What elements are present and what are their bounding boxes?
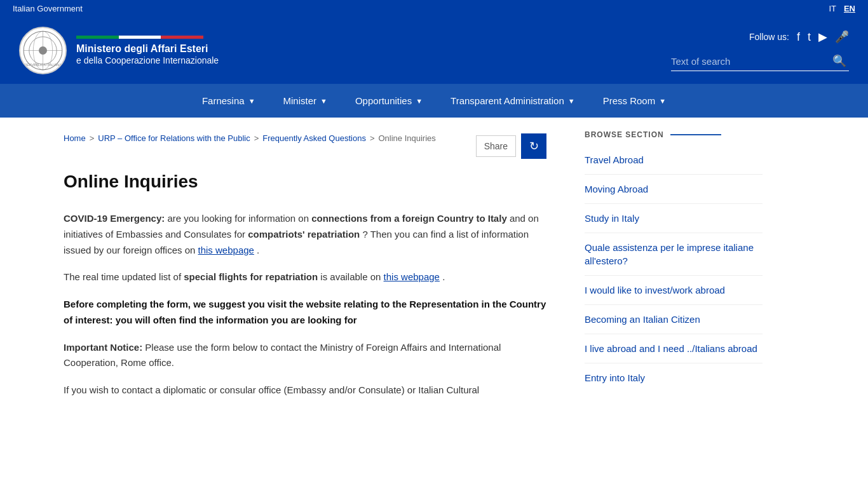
header: REPVBBLICA ITALIANA Ministero degli Affa…: [0, 17, 868, 84]
para1-end: .: [257, 245, 259, 255]
breadcrumb-faq[interactable]: Frequently Asked Questions: [262, 133, 366, 143]
main-nav: Farnesina ▼ Minister ▼ Opportunities ▼ T…: [0, 84, 868, 118]
share-area: Share ↻: [476, 133, 546, 159]
ministry-line1: Ministero degli Affari Esteri: [76, 43, 219, 56]
sidebar-links: Travel Abroad Moving Abroad Study in Ita…: [585, 146, 763, 392]
sidebar: BROWSE SECTION Travel Abroad Moving Abro…: [572, 118, 775, 435]
top-bar: Italian Government IT EN: [0, 0, 868, 17]
nav-label-press-room: Press Room: [603, 95, 656, 106]
sidebar-link-study-in-italy[interactable]: Study in Italy: [585, 204, 763, 233]
sidebar-link-moving-abroad[interactable]: Moving Abroad: [585, 175, 763, 204]
paragraph-5: If you wish to contact a diplomatic or c…: [64, 383, 546, 398]
para2-mid: is available on: [320, 271, 383, 282]
twitter-icon[interactable]: t: [808, 30, 811, 44]
para2-end: .: [442, 271, 445, 282]
main-content: Home > URP – Office for Relations with t…: [0, 118, 572, 435]
nav-item-press-room[interactable]: Press Room ▼: [589, 84, 680, 118]
breadcrumb: Home > URP – Office for Relations with t…: [64, 133, 436, 143]
chevron-down-icon: ▼: [248, 97, 255, 105]
sidebar-link-live-abroad[interactable]: I live abroad and I need ../Italians abr…: [585, 334, 763, 363]
para2-bold: special flights for repatriation: [184, 271, 318, 282]
chevron-down-icon: ▼: [416, 97, 423, 105]
content-area: Home > URP – Office for Relations with t…: [0, 118, 868, 435]
sidebar-link-assistenza-imprese[interactable]: Quale assistenza per le imprese italiane…: [585, 233, 763, 276]
chevron-down-icon: ▼: [568, 97, 575, 105]
svg-text:REPVBBLICA ITALIANA: REPVBBLICA ITALIANA: [24, 63, 62, 67]
breadcrumb-current: Online Inquiries: [378, 133, 435, 143]
browse-section-line: [670, 134, 721, 135]
breadcrumb-row: Home > URP – Office for Relations with t…: [64, 133, 546, 159]
podcast-icon[interactable]: 🎤: [835, 30, 849, 44]
share-label: Share: [476, 135, 516, 157]
nav-item-opportunities[interactable]: Opportunities ▼: [341, 84, 437, 118]
header-right: Follow us: f t ▶ 🎤 🔍: [671, 30, 849, 71]
breadcrumb-urp[interactable]: URP – Office for Relations with the Publ…: [98, 133, 250, 143]
paragraph-suggestion: Before completing the form, we suggest y…: [64, 297, 546, 329]
paragraph-covid: COVID-19 Emergency: are you looking for …: [64, 211, 546, 258]
follow-label: Follow us:: [749, 32, 789, 42]
lang-en[interactable]: EN: [844, 4, 855, 13]
search-row: 🔍: [671, 51, 849, 71]
logo: REPVBBLICA ITALIANA: [19, 27, 67, 74]
sidebar-link-becoming-italian-citizen[interactable]: Becoming an Italian Citizen: [585, 305, 763, 334]
breadcrumb-sep2: >: [254, 133, 259, 143]
notice-label: Important Notice:: [64, 342, 142, 353]
this-webpage-link-1[interactable]: this webpage: [198, 245, 254, 255]
nav-item-farnesina[interactable]: Farnesina ▼: [188, 84, 269, 118]
sidebar-link-travel-abroad[interactable]: Travel Abroad: [585, 146, 763, 175]
browse-section-title: BROWSE SECTION: [585, 130, 763, 139]
lang-it[interactable]: IT: [829, 4, 836, 13]
site-name: Italian Government: [13, 4, 83, 13]
para1-bold1: connections from a foreign Country to It…: [311, 213, 507, 224]
flag: [76, 36, 203, 39]
search-input[interactable]: [671, 53, 830, 69]
language-switcher: IT EN: [829, 4, 855, 13]
ministry-name: Ministero degli Affari Esteri e della Co…: [76, 36, 219, 66]
browse-title-text: BROWSE SECTION: [585, 130, 664, 139]
nav-item-minister[interactable]: Minister ▼: [269, 84, 341, 118]
social-row: Follow us: f t ▶ 🎤: [749, 30, 849, 44]
chevron-down-icon: ▼: [320, 97, 327, 105]
nav-label-transparent-admin: Transparent Administration: [451, 95, 564, 106]
breadcrumb-sep3: >: [370, 133, 375, 143]
search-button[interactable]: 🔍: [830, 51, 849, 71]
para1-pre: are you looking for information on: [167, 213, 311, 224]
breadcrumb-sep1: >: [90, 133, 95, 143]
breadcrumb-home[interactable]: Home: [64, 133, 86, 143]
ministry-line2: e della Cooperazione Internazionale: [76, 55, 219, 65]
page-title: Online Inquiries: [64, 172, 546, 192]
nav-label-opportunities: Opportunities: [355, 95, 412, 106]
para1-bold2: compatriots' repatriation: [248, 229, 360, 240]
sidebar-link-invest-work-abroad[interactable]: I would like to invest/work abroad: [585, 276, 763, 305]
chevron-down-icon: ▼: [659, 97, 666, 105]
para2-pre: The real time updated list of: [64, 271, 184, 282]
youtube-icon[interactable]: ▶: [818, 30, 827, 44]
paragraph-repatriation: The real time updated list of special fl…: [64, 269, 546, 285]
covid-label: COVID-19 Emergency:: [64, 213, 165, 224]
nav-item-transparent-administration[interactable]: Transparent Administration ▼: [437, 84, 589, 118]
facebook-icon[interactable]: f: [797, 30, 800, 44]
share-button[interactable]: ↻: [521, 133, 546, 159]
sidebar-link-entry-into-italy[interactable]: Entry into Italy: [585, 363, 763, 392]
nav-label-minister: Minister: [283, 95, 317, 106]
nav-label-farnesina: Farnesina: [202, 95, 245, 106]
paragraph-notice: Important Notice: Please use the form be…: [64, 340, 546, 372]
this-webpage-link-2[interactable]: this webpage: [384, 271, 440, 282]
header-left: REPVBBLICA ITALIANA Ministero degli Affa…: [19, 27, 219, 74]
